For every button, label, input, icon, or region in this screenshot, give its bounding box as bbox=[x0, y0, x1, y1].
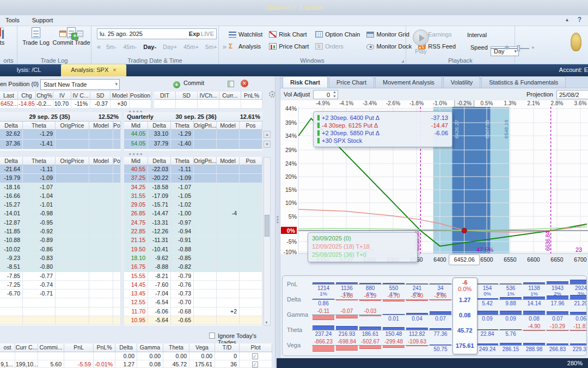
scroll-down-icon[interactable]: ▼ bbox=[265, 321, 268, 324]
table-row[interactable]: 37.36-1.41 bbox=[0, 140, 121, 149]
table-row[interactable]: 12.55-6.54-0.70 bbox=[124, 298, 262, 307]
risk-chart-button[interactable]: Risk Chart bbox=[267, 29, 311, 40]
trade-log-button[interactable]: Trade Log bbox=[20, 27, 52, 46]
menu-support[interactable]: Support bbox=[27, 15, 59, 23]
time-step-day[interactable]: Day+ bbox=[163, 44, 177, 50]
export-icon[interactable] bbox=[228, 81, 234, 87]
table-row[interactable]: 10.95-5.64-0.65 bbox=[124, 316, 262, 325]
tab-volatility[interactable]: Volatility bbox=[443, 76, 480, 88]
table-row[interactable]: -14.01-0.98 bbox=[0, 209, 121, 218]
table-row[interactable] bbox=[0, 298, 121, 307]
table-row[interactable]: -11.85-0.92 bbox=[0, 227, 121, 236]
table-row[interactable] bbox=[154, 100, 262, 108]
trade-combo[interactable]: Start New Trade bbox=[40, 79, 120, 90]
play-button[interactable] bbox=[413, 29, 429, 46]
table-row[interactable]: 29.05-15.71-1.02 bbox=[124, 201, 262, 209]
plot-checkbox[interactable]: ✓ bbox=[252, 353, 258, 359]
time-step-5m[interactable]: 5m+ bbox=[205, 44, 217, 50]
table-row[interactable]: 32.62-1.29 bbox=[0, 130, 121, 140]
scrollbar-thumb[interactable] bbox=[265, 215, 270, 237]
table-row[interactable]: -7.25-0.74 bbox=[0, 281, 121, 289]
table-row[interactable]: 24.75-13.31-0.97 bbox=[124, 219, 262, 227]
table-row[interactable]: 44.0533.10-1.29 bbox=[124, 130, 262, 140]
tab-price-chart[interactable]: Price Chart bbox=[329, 76, 374, 88]
commit-trade-button[interactable]: Commit Trade bbox=[51, 27, 91, 46]
menu-tools[interactable]: Tools bbox=[0, 15, 25, 23]
title-bar[interactable]: OptionNET Explorer bbox=[0, 0, 588, 15]
tab-statistics-fundamentals[interactable]: Statistics & Fundamentals bbox=[481, 76, 566, 88]
reports-button[interactable]: orts bbox=[0, 27, 17, 46]
prev-chevrons-icon[interactable]: « bbox=[97, 43, 101, 51]
ignore-trades-checkbox[interactable] bbox=[209, 333, 215, 339]
time-step-45m[interactable]: 45m+ bbox=[183, 44, 199, 50]
table-row[interactable]: 31.55-17.09-1.05 bbox=[124, 192, 262, 201]
speed-slider-handle[interactable] bbox=[517, 45, 520, 51]
tab-analysis-spx[interactable]: Analysis: SPX × bbox=[61, 64, 126, 76]
time-step-45m[interactable]: 45m- bbox=[123, 44, 137, 50]
help-icon[interactable]: ? bbox=[578, 16, 581, 23]
analysis-button[interactable]: Analysis bbox=[226, 41, 265, 52]
projection-date-input[interactable]: 25/08/2 bbox=[556, 90, 588, 99]
expiry-calendar-icon[interactable] bbox=[77, 31, 83, 37]
spinner-up-icon[interactable]: ▲ bbox=[333, 90, 336, 94]
price-chart-button[interactable]: Price Chart bbox=[267, 41, 311, 52]
table-row[interactable]: -21.64-1.11 bbox=[0, 165, 121, 174]
table-row[interactable]: -10.88-0.89 bbox=[0, 236, 121, 245]
table-row[interactable]: DeltaThetaOrigPriceModelPos bbox=[0, 122, 121, 130]
table-row[interactable]: 18.10-9.62-0.85 bbox=[124, 254, 262, 263]
table-row[interactable]: -18.16-1.07 bbox=[0, 183, 121, 192]
table-row[interactable]: 21.15-11.31-0.91 bbox=[124, 236, 262, 245]
date-legend[interactable]: 30/09/2025 (0)12/09/2025 (18) T+1825/08/… bbox=[308, 232, 418, 262]
trading-date-input[interactable]: lu. 25 ago. 2025 Exp LIVE bbox=[97, 28, 217, 39]
close-tab-icon[interactable]: × bbox=[113, 67, 116, 73]
expiry-header[interactable]: Quarterly30 sep. 25 (36)12.61% bbox=[124, 112, 262, 122]
table-row[interactable] bbox=[0, 307, 121, 316]
expiry-header[interactable]: 29 sep. 25 (35)12.52% bbox=[0, 112, 121, 122]
scroll-down-icon[interactable]: ▼ bbox=[264, 141, 271, 148]
table-row[interactable]: -12.87-0.95 bbox=[0, 219, 121, 227]
table-row[interactable] bbox=[0, 316, 121, 325]
speed-slider[interactable] bbox=[491, 48, 529, 49]
time-step-5m[interactable]: 5m- bbox=[106, 44, 117, 50]
time-step-day[interactable]: Day- bbox=[143, 44, 156, 50]
exp-button[interactable]: Exp bbox=[189, 31, 200, 37]
table-row[interactable]: 37.25-20.22-1.09 bbox=[124, 174, 262, 183]
table-row[interactable]: -10.02-0.86 bbox=[0, 245, 121, 254]
table-row[interactable]: -6.70-0.71 bbox=[0, 289, 121, 298]
table-row[interactable]: -15.27-1.01 bbox=[0, 201, 121, 209]
vol-adjust-input[interactable]: 0 ▲ ▼ bbox=[313, 90, 338, 99]
calendar-icon[interactable] bbox=[59, 31, 66, 37]
table-row[interactable]: 13.45-7.04-0.73 bbox=[124, 289, 262, 298]
table-row[interactable]: 15.55-8.21-0.79 bbox=[124, 272, 262, 281]
option-chain-button[interactable]: Option Chain bbox=[313, 29, 362, 40]
orders-button[interactable]: Orders bbox=[313, 41, 362, 52]
table-row[interactable]: 6452...-14.85-0.2...10.70-11%-0.37+30 bbox=[0, 100, 151, 108]
chain-scrollbar[interactable]: ▼ bbox=[264, 157, 271, 325]
tab-risk-chart[interactable]: Risk Chart bbox=[283, 76, 328, 88]
tab-movement-analysis[interactable]: Movement Analysis bbox=[375, 76, 442, 88]
spinner-down-icon[interactable]: ▼ bbox=[333, 94, 336, 98]
plot-checkbox[interactable]: ✓ bbox=[252, 361, 258, 367]
table-row[interactable]: 9,1...199,10...5.60-5.59-0.01%1.270.0845… bbox=[0, 360, 272, 368]
collapse-ribbon-icon[interactable]: ▴ bbox=[566, 16, 568, 22]
table-row[interactable]: 34.25-18.58-1.07 bbox=[124, 183, 262, 192]
table-row[interactable]: MidDeltaThetaOrigPri...ModelPos bbox=[124, 122, 262, 130]
splitter-handle[interactable]: ●●●● bbox=[109, 152, 163, 156]
table-row[interactable]: DITSDIVCh...Curr...PnL% bbox=[154, 92, 262, 100]
watchlist-button[interactable]: Watchlist bbox=[226, 29, 265, 40]
table-row[interactable]: 16.75-8.88-0.82 bbox=[124, 263, 262, 272]
table-row[interactable]: 14.45-7.60-0.76 bbox=[124, 281, 262, 289]
table-row[interactable]: ostCurr C...Commi...PnLPnL%DeltaGammaThe… bbox=[0, 343, 272, 352]
close-position-icon[interactable]: ✕ bbox=[241, 80, 248, 87]
table-row[interactable]: 11.70-6.06-0.68+2 bbox=[124, 307, 262, 316]
table-row[interactable]: -7.85-0.77 bbox=[0, 272, 121, 281]
position-legend[interactable]: +2 30sep. 6400 Put Δ-37.13-4 30sep. 6125… bbox=[313, 111, 452, 147]
table-row[interactable]: 26.85-14.47-1.00-4 bbox=[124, 209, 262, 218]
table-row[interactable]: DeltaThetaOrigPriceModelPos bbox=[0, 157, 121, 165]
live-button[interactable]: LIVE bbox=[201, 31, 214, 37]
table-row[interactable]: 0.000.000.000.000✓ bbox=[0, 352, 272, 360]
table-row[interactable]: 40.55-22.03-1.11 bbox=[124, 165, 262, 174]
table-row[interactable]: -16.66-1.04 bbox=[0, 192, 121, 201]
table-row[interactable]: LastChgChg%IVIV C...SDModelPosition bbox=[0, 92, 151, 100]
table-row[interactable]: MidDeltaThetaOrigPri...ModelPos bbox=[124, 157, 262, 165]
